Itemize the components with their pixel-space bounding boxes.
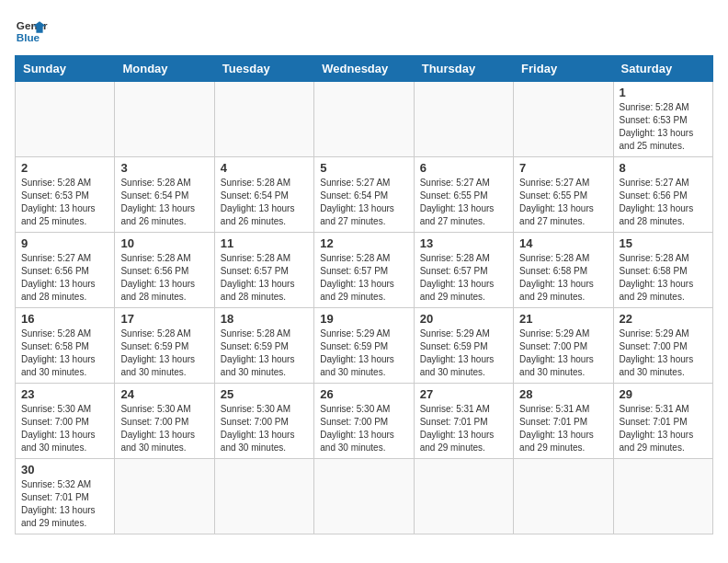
date-number: 1 bbox=[620, 86, 707, 99]
day-info: Sunrise: 5:29 AMSunset: 7:00 PMDaylight:… bbox=[519, 327, 607, 379]
day-header-wednesday: Wednesday bbox=[314, 56, 414, 82]
calendar-cell: 23Sunrise: 5:30 AMSunset: 7:00 PMDayligh… bbox=[16, 384, 115, 459]
date-number: 6 bbox=[420, 161, 507, 175]
day-header-sunday: Sunday bbox=[16, 56, 115, 82]
calendar-cell: 6Sunrise: 5:27 AMSunset: 6:55 PMDaylight… bbox=[414, 157, 513, 233]
calendar-cell: 3Sunrise: 5:28 AMSunset: 6:54 PMDaylight… bbox=[115, 157, 214, 233]
date-number: 28 bbox=[519, 387, 607, 401]
day-info: Sunrise: 5:27 AMSunset: 6:55 PMDaylight:… bbox=[420, 177, 507, 228]
date-number: 8 bbox=[620, 161, 707, 175]
calendar-cell: 30Sunrise: 5:32 AMSunset: 7:01 PMDayligh… bbox=[16, 459, 115, 534]
date-number: 5 bbox=[320, 161, 407, 175]
day-info: Sunrise: 5:28 AMSunset: 6:57 PMDaylight:… bbox=[420, 252, 507, 304]
day-info: Sunrise: 5:28 AMSunset: 6:59 PMDaylight:… bbox=[120, 327, 208, 379]
calendar-cell: 24Sunrise: 5:30 AMSunset: 7:00 PMDayligh… bbox=[115, 384, 214, 459]
day-info: Sunrise: 5:29 AMSunset: 6:59 PMDaylight:… bbox=[420, 327, 507, 379]
date-number: 14 bbox=[519, 236, 607, 250]
date-number: 25 bbox=[221, 387, 308, 401]
calendar-table: SundayMondayTuesdayWednesdayThursdayFrid… bbox=[15, 55, 713, 534]
calendar-cell: 13Sunrise: 5:28 AMSunset: 6:57 PMDayligh… bbox=[414, 233, 513, 308]
calendar-cell: 9Sunrise: 5:27 AMSunset: 6:56 PMDaylight… bbox=[16, 233, 115, 308]
day-info: Sunrise: 5:31 AMSunset: 7:01 PMDaylight:… bbox=[620, 403, 707, 454]
calendar-cell: 21Sunrise: 5:29 AMSunset: 7:00 PMDayligh… bbox=[514, 308, 613, 384]
calendar-cell: 26Sunrise: 5:30 AMSunset: 7:00 PMDayligh… bbox=[314, 384, 414, 459]
calendar-cell bbox=[514, 82, 613, 157]
date-number: 12 bbox=[320, 236, 407, 250]
calendar-body: 1Sunrise: 5:28 AMSunset: 6:53 PMDaylight… bbox=[16, 82, 713, 534]
date-number: 30 bbox=[21, 463, 108, 477]
calendar-cell: 19Sunrise: 5:29 AMSunset: 6:59 PMDayligh… bbox=[314, 308, 414, 384]
calendar-cell: 2Sunrise: 5:28 AMSunset: 6:53 PMDaylight… bbox=[16, 157, 115, 233]
day-info: Sunrise: 5:28 AMSunset: 6:54 PMDaylight:… bbox=[221, 177, 308, 228]
day-info: Sunrise: 5:28 AMSunset: 6:58 PMDaylight:… bbox=[21, 327, 108, 379]
date-number: 10 bbox=[120, 236, 208, 250]
day-info: Sunrise: 5:31 AMSunset: 7:01 PMDaylight:… bbox=[420, 403, 507, 454]
logo: General Blue bbox=[15, 15, 48, 48]
day-info: Sunrise: 5:28 AMSunset: 6:53 PMDaylight:… bbox=[620, 101, 707, 153]
calendar-cell bbox=[214, 82, 313, 157]
calendar-cell: 14Sunrise: 5:28 AMSunset: 6:58 PMDayligh… bbox=[514, 233, 613, 308]
date-number: 23 bbox=[21, 387, 108, 401]
calendar-week-row: 23Sunrise: 5:30 AMSunset: 7:00 PMDayligh… bbox=[16, 384, 713, 459]
date-number: 9 bbox=[21, 236, 108, 250]
logo-icon: General Blue bbox=[15, 15, 48, 48]
date-number: 29 bbox=[620, 387, 707, 401]
calendar-cell: 22Sunrise: 5:29 AMSunset: 7:00 PMDayligh… bbox=[613, 308, 712, 384]
calendar-week-row: 16Sunrise: 5:28 AMSunset: 6:58 PMDayligh… bbox=[16, 308, 713, 384]
calendar-cell: 25Sunrise: 5:30 AMSunset: 7:00 PMDayligh… bbox=[214, 384, 313, 459]
day-header-friday: Friday bbox=[514, 56, 613, 82]
day-info: Sunrise: 5:30 AMSunset: 7:00 PMDaylight:… bbox=[120, 403, 208, 454]
day-info: Sunrise: 5:28 AMSunset: 6:58 PMDaylight:… bbox=[620, 252, 707, 304]
day-info: Sunrise: 5:28 AMSunset: 6:54 PMDaylight:… bbox=[120, 177, 208, 228]
date-number: 18 bbox=[221, 312, 308, 326]
day-info: Sunrise: 5:27 AMSunset: 6:54 PMDaylight:… bbox=[320, 177, 407, 228]
date-number: 2 bbox=[21, 161, 108, 175]
day-info: Sunrise: 5:28 AMSunset: 6:58 PMDaylight:… bbox=[519, 252, 607, 304]
calendar-cell: 12Sunrise: 5:28 AMSunset: 6:57 PMDayligh… bbox=[314, 233, 414, 308]
date-number: 4 bbox=[221, 161, 308, 175]
date-number: 16 bbox=[21, 312, 108, 326]
calendar-cell: 15Sunrise: 5:28 AMSunset: 6:58 PMDayligh… bbox=[613, 233, 712, 308]
calendar-cell bbox=[115, 82, 214, 157]
date-number: 22 bbox=[620, 312, 707, 326]
calendar-cell: 11Sunrise: 5:28 AMSunset: 6:57 PMDayligh… bbox=[214, 233, 313, 308]
calendar-cell: 16Sunrise: 5:28 AMSunset: 6:58 PMDayligh… bbox=[16, 308, 115, 384]
day-info: Sunrise: 5:30 AMSunset: 7:00 PMDaylight:… bbox=[221, 403, 308, 454]
date-number: 7 bbox=[519, 161, 607, 175]
day-info: Sunrise: 5:30 AMSunset: 7:00 PMDaylight:… bbox=[320, 403, 407, 454]
calendar-cell: 17Sunrise: 5:28 AMSunset: 6:59 PMDayligh… bbox=[115, 308, 214, 384]
calendar-cell: 20Sunrise: 5:29 AMSunset: 6:59 PMDayligh… bbox=[414, 308, 513, 384]
page-header: General Blue bbox=[15, 15, 713, 48]
calendar-cell bbox=[314, 82, 414, 157]
date-number: 17 bbox=[120, 312, 208, 326]
calendar-cell: 8Sunrise: 5:27 AMSunset: 6:56 PMDaylight… bbox=[613, 157, 712, 233]
calendar-cell bbox=[414, 82, 513, 157]
calendar-cell bbox=[414, 459, 513, 534]
calendar-cell bbox=[514, 459, 613, 534]
day-info: Sunrise: 5:27 AMSunset: 6:55 PMDaylight:… bbox=[519, 177, 607, 228]
date-number: 11 bbox=[221, 236, 308, 250]
calendar-cell bbox=[214, 459, 313, 534]
day-info: Sunrise: 5:29 AMSunset: 7:00 PMDaylight:… bbox=[620, 327, 707, 379]
day-header-tuesday: Tuesday bbox=[214, 56, 313, 82]
day-info: Sunrise: 5:28 AMSunset: 6:56 PMDaylight:… bbox=[120, 252, 208, 304]
day-info: Sunrise: 5:30 AMSunset: 7:00 PMDaylight:… bbox=[21, 403, 108, 454]
day-header-saturday: Saturday bbox=[613, 56, 712, 82]
calendar-cell bbox=[314, 459, 414, 534]
day-info: Sunrise: 5:28 AMSunset: 6:59 PMDaylight:… bbox=[221, 327, 308, 379]
calendar-cell: 18Sunrise: 5:28 AMSunset: 6:59 PMDayligh… bbox=[214, 308, 313, 384]
day-info: Sunrise: 5:28 AMSunset: 6:57 PMDaylight:… bbox=[320, 252, 407, 304]
date-number: 15 bbox=[620, 236, 707, 250]
date-number: 19 bbox=[320, 312, 407, 326]
calendar-cell: 10Sunrise: 5:28 AMSunset: 6:56 PMDayligh… bbox=[115, 233, 214, 308]
date-number: 20 bbox=[420, 312, 507, 326]
day-info: Sunrise: 5:28 AMSunset: 6:57 PMDaylight:… bbox=[221, 252, 308, 304]
calendar-cell bbox=[115, 459, 214, 534]
date-number: 13 bbox=[420, 236, 507, 250]
calendar-week-row: 9Sunrise: 5:27 AMSunset: 6:56 PMDaylight… bbox=[16, 233, 713, 308]
calendar-header-row: SundayMondayTuesdayWednesdayThursdayFrid… bbox=[16, 56, 713, 82]
day-info: Sunrise: 5:29 AMSunset: 6:59 PMDaylight:… bbox=[320, 327, 407, 379]
day-header-monday: Monday bbox=[115, 56, 214, 82]
calendar-cell bbox=[16, 82, 115, 157]
day-info: Sunrise: 5:28 AMSunset: 6:53 PMDaylight:… bbox=[21, 177, 108, 228]
